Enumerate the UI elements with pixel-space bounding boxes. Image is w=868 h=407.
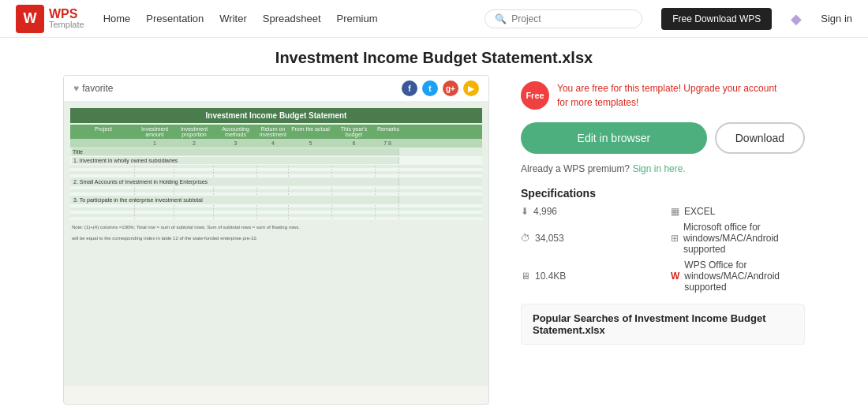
spec-excel: ▦ EXCEL (671, 206, 805, 217)
logo-text: WPS Template (49, 8, 84, 29)
ss-footer: Note: (1)+(4) columns =100%; Total row =… (70, 223, 482, 231)
heart-icon: ♥ (73, 83, 79, 94)
facebook-icon[interactable]: f (402, 80, 417, 96)
search-icon: 🔍 (495, 13, 507, 24)
sign-in-link[interactable]: Sign in (821, 13, 852, 24)
toolbar: ♥ favorite f t g+ ▶ (64, 76, 488, 102)
free-text-2: for more templates! (557, 97, 638, 108)
spec-downloads: ⬇ 4,996 (521, 206, 655, 217)
ss-section-2: 2. Small Accounts of Investment in Holdi… (70, 177, 482, 186)
ss-footer-2: will be equal to the corresponding index… (70, 234, 482, 242)
logo-icon: W (16, 5, 44, 33)
search-box: 🔍 (485, 9, 642, 28)
nav-writer[interactable]: Writer (219, 13, 246, 24)
spec-views: ⏱ 34,053 (521, 222, 655, 255)
views-icon: ⏱ (521, 233, 530, 244)
ss-title-row: Title (70, 147, 482, 156)
excel-icon: ▦ (671, 206, 679, 217)
ss-section-1: 1. Investment in wholly owned subsidiari… (70, 156, 482, 165)
popular-title: Popular Searches of Investment Income Bu… (533, 312, 793, 336)
ms-office-icon: ⊞ (671, 233, 679, 244)
table-row (70, 217, 482, 220)
download-count-icon: ⬇ (521, 206, 529, 217)
social-icons: f t g+ ▶ (402, 80, 479, 96)
download-button[interactable]: Download (715, 122, 805, 154)
page-title: Investment Income Budget Statement.xlsx (0, 38, 868, 75)
free-description: You are free for this template! Upgrade … (557, 81, 776, 110)
ms-office-label: Microsoft office for windows/MAC/Android… (683, 222, 805, 255)
sign-here-link[interactable]: Sign in here. (632, 163, 685, 174)
nav-premium[interactable]: Premium (337, 13, 378, 24)
spec-filesize: 🖥 10.4KB (521, 260, 655, 293)
download-count: 4,996 (533, 206, 557, 217)
ss-numbers-row: 1 2 3 4 5 6 7 8 (70, 139, 482, 147)
left-panel: ♥ favorite f t g+ ▶ Investment Income Bu… (63, 75, 489, 405)
spreadsheet-preview: Investment Income Budget Statement Proje… (64, 102, 488, 386)
free-badge-row: Free You are free for this template! Upg… (521, 81, 805, 110)
nav-presentation[interactable]: Presentation (146, 13, 204, 24)
nav-spreadsheet[interactable]: Spreadsheet (263, 13, 321, 24)
spec-wps-office: W WPS Office for windows/MAC/Android sup… (671, 260, 805, 293)
google-plus-icon[interactable]: g+ (443, 80, 458, 96)
logo[interactable]: W WPS Template (16, 5, 84, 33)
ss-header-row: Project Investment amount Investment pro… (70, 125, 482, 139)
nav-links: Home Presentation Writer Spreadsheet Pre… (103, 13, 466, 24)
nav-home[interactable]: Home (103, 13, 131, 24)
logo-template: Template (49, 21, 84, 29)
search-input[interactable] (511, 13, 622, 24)
youtube-icon[interactable]: ▶ (463, 80, 479, 96)
right-panel: Free You are free for this template! Upg… (521, 75, 805, 405)
favorite-label: favorite (82, 83, 113, 94)
header: W WPS Template Home Presentation Writer … (0, 0, 868, 38)
excel-label: EXCEL (684, 206, 715, 217)
ss-section-3: 3. To participate in the enterprise inve… (70, 196, 482, 204)
spec-ms-office: ⊞ Microsoft office for windows/MAC/Andro… (671, 222, 805, 255)
edit-in-browser-button[interactable]: Edit in browser (521, 122, 707, 154)
twitter-icon[interactable]: t (422, 80, 438, 96)
diamond-icon: ◆ (791, 10, 802, 28)
already-premium-text: Already a WPS premium? Sign in here. (521, 163, 805, 174)
main-content: ♥ favorite f t g+ ▶ Investment Income Bu… (0, 75, 868, 405)
wps-office-label: WPS Office for windows/MAC/Android suppo… (684, 260, 805, 293)
free-badge: Free (521, 81, 549, 110)
specs-title: Specifications (521, 187, 805, 200)
favorite-button[interactable]: ♥ favorite (73, 83, 113, 94)
wps-office-icon: W (671, 271, 679, 282)
filesize-icon: 🖥 (521, 271, 530, 282)
free-text-1: You are free for this template! Upgrade … (557, 83, 776, 94)
logo-wps: WPS (49, 8, 84, 21)
free-download-wps-button[interactable]: Free Download WPS (661, 8, 772, 30)
ss-title: Investment Income Budget Statement (70, 108, 482, 123)
filesize-value: 10.4KB (535, 271, 566, 282)
views-count: 34,053 (535, 233, 564, 244)
specs-section: Specifications ⬇ 4,996 ▦ EXCEL ⏱ 34,053 … (521, 187, 805, 293)
popular-section: Popular Searches of Investment Income Bu… (521, 304, 805, 345)
specs-grid: ⬇ 4,996 ▦ EXCEL ⏱ 34,053 ⊞ Microsoft off… (521, 206, 805, 293)
action-buttons: Edit in browser Download (521, 122, 805, 154)
